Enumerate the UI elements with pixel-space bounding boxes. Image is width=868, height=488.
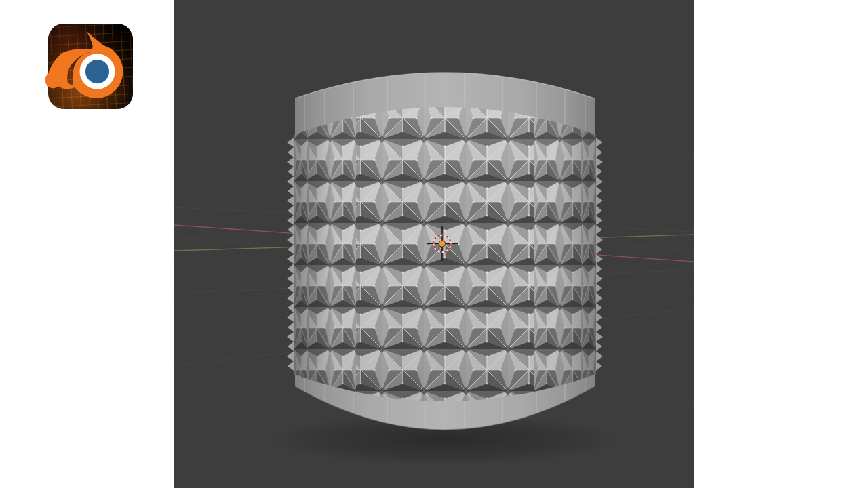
cylinder-mesh-object[interactable] [287, 61, 603, 474]
blender-app-icon[interactable] [41, 19, 133, 110]
right-spike-silhouette [596, 138, 603, 371]
blender-3d-viewport[interactable] [174, 0, 694, 488]
blender-logo-eye-blue [85, 60, 109, 83]
screenshot-canvas [0, 0, 868, 488]
cylinder-knurl-texture [294, 95, 596, 434]
object-origin-dot [439, 241, 445, 247]
blender-app-icon-svg [41, 19, 133, 110]
left-spike-silhouette [287, 138, 294, 371]
